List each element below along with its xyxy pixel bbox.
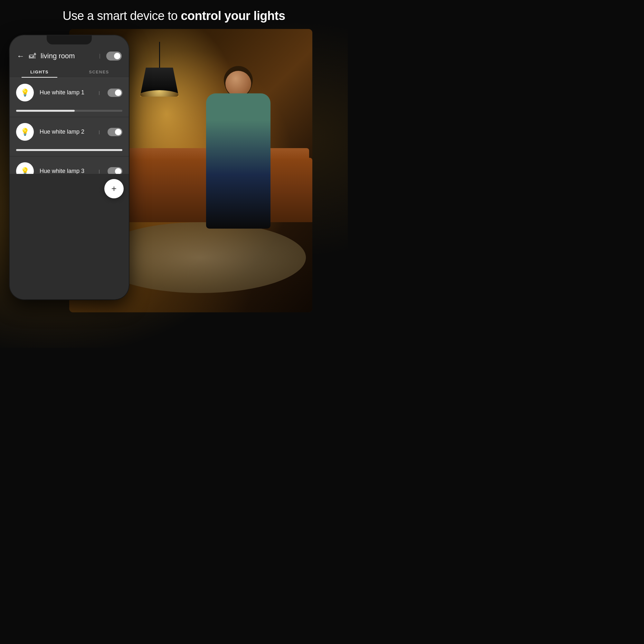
add-button-container: + [10, 174, 129, 204]
brightness-fill-1 [16, 110, 75, 112]
lamp-toggle-2[interactable] [108, 128, 122, 136]
header: Use a smart device to control your light… [0, 0, 348, 29]
lamp-icon-circle-1: 💡 [16, 84, 34, 101]
back-button[interactable]: ← [17, 52, 24, 61]
brightness-fill-2 [16, 149, 122, 151]
bottom-spacer [10, 204, 129, 299]
plus-icon: + [111, 184, 117, 193]
brightness-container-1 [10, 107, 129, 117]
brightness-track-1[interactable] [16, 110, 122, 112]
headline: Use a smart device to control your light… [13, 9, 335, 23]
bulb-icon-1: 💡 [21, 89, 29, 97]
lamp-toggle-1[interactable] [108, 89, 122, 97]
tab-lights[interactable]: LIGHTS [10, 66, 69, 78]
lamp-name-2[interactable]: Hue white lamp 2 [40, 128, 93, 135]
phone-container: ← 🛋 living room | LIGHTS SCENES 💡 [10, 35, 129, 299]
headline-bold: control your lights [181, 9, 285, 23]
phone-notch [47, 35, 92, 44]
tab-scenes[interactable]: SCENES [69, 66, 129, 78]
lamp-row-3: 💡 Hue white lamp 3 | [10, 156, 129, 174]
room-name-label: living room [41, 52, 95, 60]
lamp-list: 💡 Hue white lamp 1 | [10, 78, 129, 174]
pendant-light-glow [127, 90, 192, 122]
bulb-icon-3: 💡 [21, 167, 29, 174]
app-tabs: LIGHTS SCENES [10, 66, 129, 78]
pendant-lamp [140, 42, 179, 97]
lamp-row-2: 💡 Hue white lamp 2 | [10, 117, 129, 147]
brightness-track-2[interactable] [16, 149, 122, 151]
person-head [225, 71, 251, 97]
bulb-icon-2: 💡 [21, 128, 29, 136]
pendant-shade [140, 68, 179, 97]
person [206, 93, 270, 229]
power-icon-lamp-2: | [99, 129, 100, 134]
person-body [206, 93, 270, 229]
lamp-name-3[interactable]: Hue white lamp 3 [40, 168, 93, 174]
power-icon-header: | [99, 53, 100, 59]
lamp-item-1: 💡 Hue white lamp 1 | [10, 78, 129, 117]
lamp-name-1[interactable]: Hue white lamp 1 [40, 89, 93, 96]
lamp-icon-circle-3: 💡 [16, 162, 34, 174]
phone: ← 🛋 living room | LIGHTS SCENES 💡 [10, 35, 129, 299]
room-icon: 🛋 [29, 52, 36, 60]
add-lamp-button[interactable]: + [104, 179, 124, 198]
lamp-icon-circle-2: 💡 [16, 123, 34, 141]
lamp-toggle-3[interactable] [108, 167, 122, 174]
pendant-cord [159, 42, 160, 68]
lamp-item-2: 💡 Hue white lamp 2 | [10, 117, 129, 156]
brightness-container-2 [10, 147, 129, 156]
power-icon-lamp-3: | [99, 169, 100, 174]
lamp-item-3: 💡 Hue white lamp 3 | [10, 156, 129, 174]
power-icon-lamp-1: | [99, 90, 100, 95]
lamp-row-1: 💡 Hue white lamp 1 | [10, 78, 129, 107]
room-toggle-switch[interactable] [106, 52, 122, 61]
phone-screen: ← 🛋 living room | LIGHTS SCENES 💡 [10, 35, 129, 299]
headline-normal: Use a smart device to [62, 9, 181, 23]
